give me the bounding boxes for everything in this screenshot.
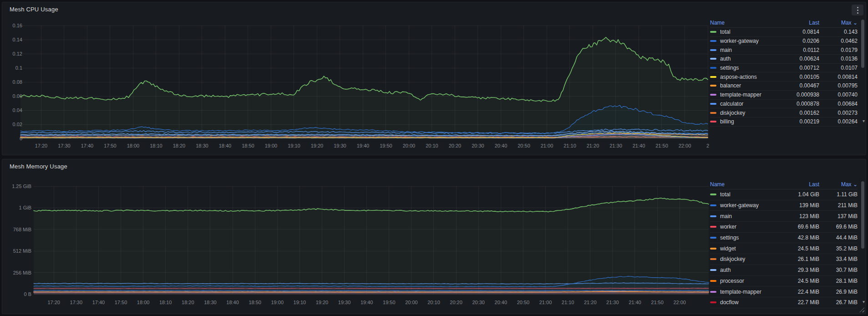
- series-color-icon: [710, 215, 716, 217]
- series-last-value: 0.00712: [784, 65, 819, 71]
- series-name[interactable]: diskjockey: [720, 110, 784, 116]
- page-title[interactable]: Mesh Memory Usage: [10, 163, 67, 170]
- svg-text:21:50: 21:50: [655, 143, 668, 148]
- series-name[interactable]: auth: [720, 267, 784, 273]
- series-max-value: 1.11 GiB: [819, 191, 858, 198]
- series-name[interactable]: settings: [720, 65, 784, 71]
- legend-row[interactable]: billing0.002190.00264: [710, 117, 858, 127]
- scroll-down-icon[interactable]: ▾: [863, 300, 865, 304]
- legend-row[interactable]: main123 MiB137 MiB: [710, 211, 858, 222]
- series-name[interactable]: template-mapper: [720, 289, 784, 295]
- legend-row[interactable]: template-mapper22.4 MiB26.9 MiB: [710, 286, 858, 297]
- svg-text:18:30: 18:30: [204, 300, 217, 305]
- svg-text:19:30: 19:30: [334, 143, 346, 148]
- legend-row[interactable]: template-mapper0.0009380.00740: [710, 91, 858, 100]
- svg-text:20:30: 20:30: [472, 143, 484, 148]
- legend-row[interactable]: total0.08140.143: [710, 28, 858, 37]
- series-name[interactable]: worker-gateway: [720, 38, 784, 44]
- svg-text:0.12: 0.12: [13, 51, 22, 56]
- series-name[interactable]: template-mapper: [720, 92, 784, 98]
- legend-row[interactable]: balancer0.004670.00795: [710, 82, 858, 91]
- legend-row[interactable]: total1.04 GiB1.11 GiB: [710, 189, 858, 200]
- svg-text:768 MiB: 768 MiB: [13, 227, 31, 232]
- series-name[interactable]: calculator: [720, 101, 784, 107]
- series-name[interactable]: balancer: [720, 82, 784, 89]
- legend-scrollbar[interactable]: [861, 20, 864, 68]
- svg-text:20:00: 20:00: [403, 143, 416, 148]
- series-max-value: 211 MiB: [819, 202, 858, 209]
- series-name[interactable]: auth: [720, 56, 784, 62]
- series-max-value: 0.0136: [819, 56, 858, 62]
- legend-row[interactable]: main0.01120.0179: [710, 46, 858, 55]
- legend-row[interactable]: diskjockey26.1 MiB33.4 MiB: [710, 254, 858, 265]
- svg-text:21:50: 21:50: [651, 300, 664, 305]
- legend-sort-name[interactable]: Name: [710, 181, 784, 188]
- legend-row[interactable]: settings42.8 MiB44.4 MiB: [710, 233, 858, 244]
- series-last-value: 123 MiB: [784, 213, 819, 219]
- series-last-value: 24.5 MiB: [784, 278, 819, 284]
- legend-row[interactable]: auth0.006240.0136: [710, 55, 858, 64]
- legend-row[interactable]: worker-gateway0.02060.0462: [710, 37, 858, 46]
- svg-text:22:00: 22:00: [679, 143, 691, 148]
- series-color-icon: [710, 103, 716, 105]
- series-name[interactable]: widget: [720, 245, 784, 252]
- svg-text:18:20: 18:20: [182, 300, 194, 305]
- cpu-usage-chart[interactable]: 0.160.140.120.10.080.060.040.02017:2017:…: [6, 15, 712, 152]
- legend-row[interactable]: worker-gateway139 MiB211 MiB: [710, 200, 858, 211]
- svg-text:20:50: 20:50: [517, 300, 530, 305]
- series-name[interactable]: diskjockey: [720, 256, 784, 262]
- legend-scrollbar[interactable]: [861, 181, 864, 249]
- legend-row[interactable]: processor24.5 MiB28.1 MiB: [710, 276, 858, 287]
- svg-text:21:20: 21:20: [587, 143, 599, 148]
- panel-menu-button[interactable]: [852, 5, 863, 15]
- series-last-value: 0.0112: [784, 47, 819, 53]
- series-color-icon: [710, 248, 716, 250]
- panel-resize-handle[interactable]: [859, 307, 864, 312]
- svg-text:17:30: 17:30: [58, 143, 71, 148]
- series-last-value: 139 MiB: [784, 202, 819, 209]
- svg-text:17:40: 17:40: [81, 143, 94, 148]
- series-name[interactable]: processor: [720, 278, 784, 284]
- svg-text:20:30: 20:30: [472, 300, 485, 305]
- legend-sort-last[interactable]: Last: [784, 20, 819, 26]
- legend-sort-max[interactable]: Max ⌄: [819, 181, 858, 188]
- series-name[interactable]: total: [720, 29, 784, 35]
- legend-row[interactable]: settings0.007120.0107: [710, 64, 858, 73]
- legend-row[interactable]: aspose-actions0.001050.00814: [710, 72, 858, 82]
- scroll-down-icon[interactable]: ▾: [863, 119, 865, 123]
- svg-text:19:30: 19:30: [338, 300, 351, 305]
- legend-row[interactable]: calculator0.0008780.00684: [710, 100, 858, 109]
- series-max-value: 26.7 MiB: [819, 299, 858, 306]
- svg-text:19:40: 19:40: [357, 143, 370, 148]
- series-name[interactable]: main: [720, 47, 784, 53]
- series-name[interactable]: aspose-actions: [720, 74, 784, 80]
- svg-text:19:10: 19:10: [294, 300, 306, 305]
- legend-sort-last[interactable]: Last: [784, 181, 819, 188]
- memory-usage-chart[interactable]: 1.25 GiB1 GiB768 MiB512 MiB256 MiB0 B17:…: [6, 168, 712, 310]
- legend-sort-name[interactable]: Name: [710, 20, 784, 26]
- series-name[interactable]: worker-gateway: [720, 202, 784, 209]
- legend-row[interactable]: worker69.6 MiB69.6 MiB: [710, 222, 858, 233]
- svg-text:18:10: 18:10: [150, 143, 162, 148]
- legend-row[interactable]: diskjockey0.001620.00273: [710, 108, 858, 117]
- legend-table: NameLastMax ⌄total0.08140.143worker-gate…: [710, 18, 858, 127]
- series-name[interactable]: total: [720, 191, 784, 198]
- legend-row[interactable]: docflow22.7 MiB26.7 MiB: [710, 297, 858, 308]
- series-name[interactable]: settings: [720, 234, 784, 241]
- series-last-value: 24.5 MiB: [784, 245, 819, 252]
- series-name[interactable]: main: [720, 213, 784, 219]
- svg-text:20:00: 20:00: [405, 300, 418, 305]
- legend-row[interactable]: auth29.3 MiB30.7 MiB: [710, 265, 858, 276]
- series-name[interactable]: docflow: [720, 299, 784, 306]
- series-max-value: 44.4 MiB: [819, 234, 858, 241]
- series-name[interactable]: worker: [720, 224, 784, 230]
- page-title[interactable]: Mesh CPU Usage: [10, 6, 58, 13]
- svg-text:18:10: 18:10: [159, 300, 172, 305]
- legend-sort-max[interactable]: Max ⌄: [819, 20, 858, 26]
- series-last-value: 0.0814: [784, 29, 819, 35]
- svg-text:18:40: 18:40: [219, 143, 232, 148]
- series-name[interactable]: billing: [720, 118, 784, 125]
- series-max-value: 0.0179: [819, 47, 858, 53]
- legend-row[interactable]: widget24.5 MiB35.2 MiB: [710, 243, 858, 254]
- series-max-value: 137 MiB: [819, 213, 858, 219]
